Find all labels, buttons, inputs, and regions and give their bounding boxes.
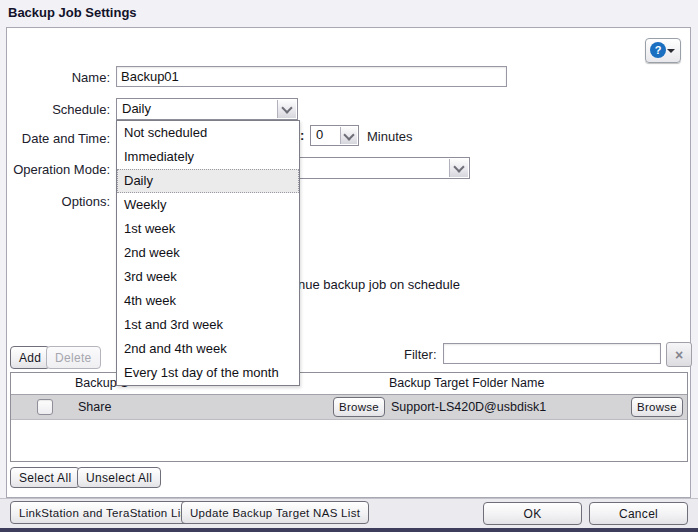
linkstation-list-button[interactable]: LinkStation and TeraStation List xyxy=(10,501,199,524)
schedule-select-arrow[interactable] xyxy=(277,100,296,118)
row-checkbox[interactable] xyxy=(37,399,53,415)
close-icon: × xyxy=(675,347,683,363)
schedule-select-value: Daily xyxy=(122,101,151,116)
schedule-option[interactable]: Weekly xyxy=(117,193,299,217)
schedule-option[interactable]: 1st and 3rd week xyxy=(117,313,299,337)
page-title: Backup Job Settings xyxy=(8,5,137,20)
select-all-button[interactable]: Select All xyxy=(10,467,80,488)
chevron-down-icon xyxy=(453,161,464,172)
options-note-fragment: nue backup job on schedule xyxy=(298,277,460,292)
clear-filter-button[interactable]: × xyxy=(666,342,692,367)
cancel-button[interactable]: Cancel xyxy=(589,502,688,525)
update-nas-list-button[interactable]: Update Backup Target NAS List xyxy=(181,501,369,524)
schedule-option[interactable]: Not scheduled xyxy=(117,121,299,145)
schedule-dropdown-list: Not scheduled Immediately Daily Weekly 1… xyxy=(116,120,300,386)
minutes-suffix-label: Minutes xyxy=(367,129,413,144)
schedule-option[interactable]: 3rd week xyxy=(117,265,299,289)
bottom-accent-bar xyxy=(0,528,698,532)
schedule-option[interactable]: 4th week xyxy=(117,289,299,313)
schedule-option[interactable]: 1st week xyxy=(117,217,299,241)
ok-button[interactable]: OK xyxy=(483,502,582,525)
add-button[interactable]: Add xyxy=(10,346,50,369)
minutes-select-arrow[interactable] xyxy=(340,127,357,144)
target-folder-name: Support-LS420D@usbdisk1 xyxy=(391,400,546,414)
minutes-select[interactable]: 0 xyxy=(310,125,359,146)
backup-job-settings-dialog: { "window": { "title": "Backup Job Setti… xyxy=(0,0,698,532)
schedule-option[interactable]: 2nd week xyxy=(117,241,299,265)
browse-source-button[interactable]: Browse xyxy=(333,397,385,417)
delete-button[interactable]: Delete xyxy=(46,346,101,369)
operation-mode-select-arrow[interactable] xyxy=(449,159,468,177)
target-header: Backup Target Folder Name xyxy=(389,376,544,390)
schedule-option-selected[interactable]: Daily xyxy=(117,169,299,193)
chevron-down-icon xyxy=(667,49,675,53)
schedule-option[interactable]: Every 1st day of the month xyxy=(117,361,299,385)
filter-label: Filter: xyxy=(404,347,437,362)
schedule-label: Schedule: xyxy=(6,102,110,117)
options-label: Options: xyxy=(6,194,110,209)
help-button[interactable]: ? xyxy=(645,38,681,63)
schedule-option[interactable]: 2nd and 4th week xyxy=(117,337,299,361)
minutes-select-value: 0 xyxy=(316,127,323,142)
help-icon: ? xyxy=(650,42,666,58)
name-input[interactable] xyxy=(116,66,507,87)
operation-mode-label: Operation Mode: xyxy=(6,162,110,177)
chevron-down-icon xyxy=(281,102,292,113)
schedule-option[interactable]: Immediately xyxy=(117,145,299,169)
date-time-label: Date and Time: xyxy=(6,131,110,146)
time-separator: : xyxy=(300,128,304,143)
schedule-select[interactable]: Daily xyxy=(116,98,298,120)
unselect-all-button[interactable]: Unselect All xyxy=(77,467,161,488)
source-folder-name: Share xyxy=(78,400,111,414)
browse-target-button[interactable]: Browse xyxy=(631,397,683,417)
filter-input[interactable] xyxy=(443,343,661,364)
name-label: Name: xyxy=(6,70,110,85)
chevron-down-icon xyxy=(343,129,354,140)
